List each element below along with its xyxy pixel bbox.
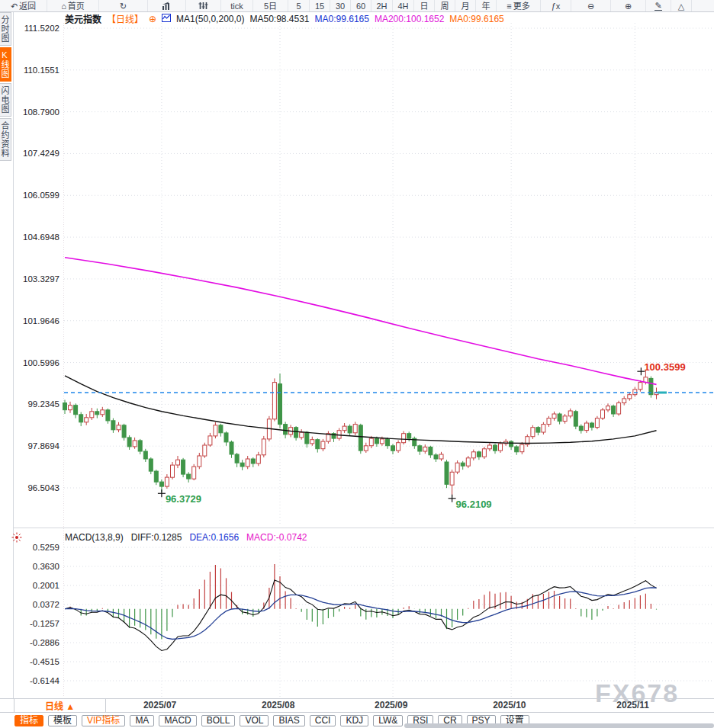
back-button-icon: ↶: [11, 2, 18, 11]
svg-text:96.2109: 96.2109: [456, 499, 492, 510]
period-30[interactable]: 30: [330, 0, 351, 11]
indicator-macd[interactable]: MACD: [159, 715, 196, 726]
indicator-bias[interactable]: BIAS: [273, 715, 304, 726]
refresh-button[interactable]: ↻: [99, 0, 148, 11]
period-4h[interactable]: 4H: [393, 0, 414, 11]
current-price-tick: [658, 392, 667, 394]
period-tag: 【日线】: [107, 12, 143, 25]
indicator-vol[interactable]: VOL: [240, 715, 269, 726]
period-month-label: 月: [462, 1, 470, 11]
zoom-out-button[interactable]: ⊖: [571, 0, 611, 11]
svg-text:0.0372: 0.0372: [33, 600, 60, 609]
period-60[interactable]: 60: [351, 0, 371, 11]
period-5[interactable]: 5: [288, 0, 310, 11]
chart-title-row: 美元指数 【日线】 ⊕ MA1(50,0,200,0) MA50:98.4531…: [65, 12, 504, 25]
indicator-lwr[interactable]: LW&: [373, 715, 403, 726]
svg-text:101.9646: 101.9646: [23, 316, 60, 326]
sidebar-tab-lightning-chart[interactable]: 闪电图: [0, 83, 11, 117]
period-5d-label: 5日: [264, 1, 277, 11]
period-month[interactable]: 月: [455, 0, 476, 11]
shapes-button-icon: △: [678, 2, 684, 11]
indicator-settings-icon[interactable]: [11, 532, 22, 546]
template-tab[interactable]: 模板: [48, 715, 77, 726]
volume-chart-button[interactable]: [148, 0, 186, 11]
period-15[interactable]: 15: [310, 0, 330, 11]
svg-text:99.2345: 99.2345: [27, 399, 60, 409]
home-button[interactable]: ⌂首页: [47, 0, 99, 11]
home-button-icon: ⌂: [61, 2, 66, 11]
period-week[interactable]: 周: [435, 0, 455, 11]
x-axis-row: 日线 ▲ 2025/072025/082025/092025/102025/11: [0, 698, 714, 713]
candle-style-button[interactable]: [186, 0, 221, 11]
indicator-ma[interactable]: MA: [130, 715, 154, 726]
more-button[interactable]: ≡更多: [497, 0, 541, 11]
ma-settings-label[interactable]: MA1(50,0,200,0): [176, 14, 244, 24]
draw-button[interactable]: ✎: [646, 0, 671, 11]
period-selector-button[interactable]: 日线 ▲: [14, 699, 106, 712]
period-2h-label: 2H: [376, 1, 387, 11]
more-button-icon: ≡: [507, 2, 511, 11]
sidebar-tab-kline-chart[interactable]: K线图: [0, 47, 11, 82]
circle-plus-icon[interactable]: ⊕: [149, 14, 156, 24]
chart-canvas[interactable]: 111.5202110.1551108.7900107.4249106.0599…: [0, 0, 714, 728]
back-button[interactable]: ↶返回: [0, 0, 47, 11]
fx-indicator-button[interactable]: ƒx: [541, 0, 571, 11]
indicator-kdj[interactable]: KDJ: [340, 715, 368, 726]
symbol-name: 美元指数: [65, 12, 101, 25]
macd-params-label[interactable]: MACD(13,8,9): [65, 532, 124, 543]
period-5d[interactable]: 5日: [253, 0, 288, 11]
period-15-label: 15: [315, 1, 324, 11]
sidebar-tab-time-chart[interactable]: 分时图: [0, 12, 11, 46]
svg-text:100.3599: 100.3599: [644, 361, 685, 373]
more-button-label: 更多: [513, 1, 530, 11]
candle-style-button-icon: [198, 2, 208, 10]
ma-chart-icon[interactable]: [162, 14, 171, 24]
svg-text:106.0599: 106.0599: [23, 191, 60, 200]
svg-text:0.5259: 0.5259: [33, 543, 60, 552]
candles-layer: [63, 370, 659, 497]
svg-text:0.3630: 0.3630: [33, 562, 60, 571]
svg-text:96.3729: 96.3729: [166, 493, 201, 505]
ma0-orange-value: MA0:99.6165: [449, 14, 503, 24]
chart-type-sidebar: 分时图K线图闪电图合约资料: [0, 12, 13, 162]
dea-value: DEA:0.1656: [189, 532, 239, 543]
indicator-cci[interactable]: CCI: [310, 715, 336, 726]
macd-value: MACD:-0.0742: [246, 532, 307, 543]
period-2h[interactable]: 2H: [371, 0, 393, 11]
home-button-label: 首页: [68, 1, 85, 11]
x-axis-label: 2025/11: [616, 700, 649, 710]
period-year[interactable]: 年: [476, 0, 497, 11]
period-tick[interactable]: tick: [221, 0, 253, 11]
svg-text:111.5202: 111.5202: [24, 24, 60, 33]
period-4h-label: 4H: [397, 1, 408, 11]
period-week-label: 周: [441, 1, 449, 11]
svg-text:104.6948: 104.6948: [23, 233, 60, 242]
indicator-tab[interactable]: 指标: [14, 715, 43, 726]
back-button-label: 返回: [19, 1, 36, 11]
indicator-boll[interactable]: BOLL: [201, 715, 236, 726]
x-axis-label: 2025/09: [375, 700, 407, 710]
zoom-in-button-icon: ⊕: [625, 2, 632, 11]
zoom-in-button[interactable]: ⊕: [611, 0, 646, 11]
macd-histogram: [65, 564, 657, 639]
period-day[interactable]: 日: [414, 0, 435, 11]
svg-text:-0.1257: -0.1257: [30, 619, 60, 628]
svg-text:110.1551: 110.1551: [24, 66, 60, 75]
svg-text:108.7900: 108.7900: [23, 107, 60, 117]
svg-text:100.5996: 100.5996: [23, 358, 60, 367]
period-tick-label: tick: [230, 1, 243, 11]
macd-header-row: MACD(13,8,9) DIFF:0.1285 DEA:0.1656 MACD…: [65, 532, 307, 543]
x-axis-label: 2025/08: [262, 700, 294, 710]
diff-value: DIFF:0.1285: [131, 532, 182, 543]
shapes-button[interactable]: △: [671, 0, 692, 11]
horizontal-scrollbar[interactable]: [404, 723, 714, 728]
sidebar-tab-contract-info[interactable]: 合约资料: [0, 118, 11, 161]
vip-indicator-tab[interactable]: VIP指标: [82, 715, 125, 726]
refresh-button-icon: ↻: [120, 2, 127, 11]
period-day-label: 日: [420, 1, 429, 11]
period-year-label: 年: [482, 1, 490, 11]
x-axis-label: 2025/10: [493, 700, 526, 710]
current-price-line: [64, 392, 714, 394]
draw-button-icon: ✎: [654, 1, 661, 11]
svg-text:0.2001: 0.2001: [33, 581, 60, 590]
